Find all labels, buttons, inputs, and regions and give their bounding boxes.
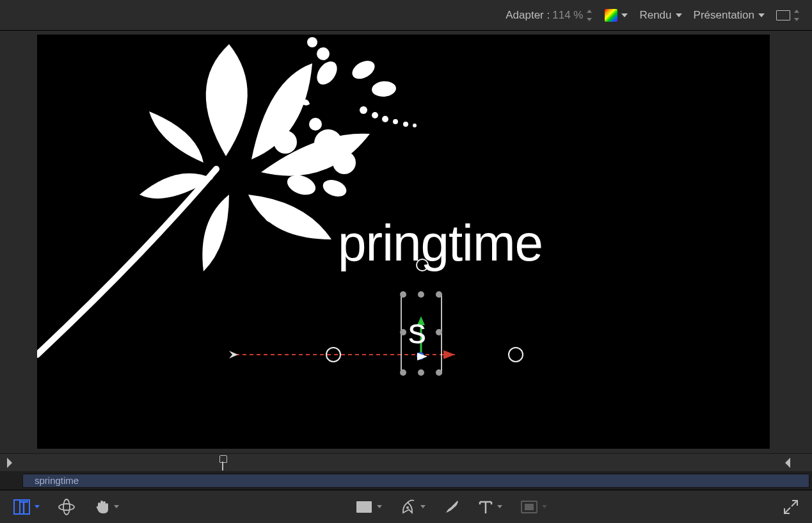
presentation-dropdown[interactable]: Présentation [694,9,765,22]
svg-point-1 [313,58,341,88]
svg-point-25 [400,291,406,298]
mask-icon [520,500,538,514]
transform-glyph-tool[interactable] [13,497,40,517]
svg-point-26 [418,291,424,298]
svg-point-21 [509,348,523,362]
canvas[interactable]: pringtime s [37,35,770,449]
canvas-glyph-selected[interactable]: s [408,310,426,351]
text-tool[interactable] [478,497,502,517]
clip-row: springtime [0,471,812,490]
chevron-down-icon [621,13,628,17]
canvas-area: pringtime s [0,31,812,453]
canvas-text-main[interactable]: pringtime [338,214,543,273]
chevron-down-icon [542,505,547,508]
clip-label: springtime [35,475,79,486]
brush-icon [443,499,460,515]
svg-point-40 [406,506,409,509]
zoom-label: Adapter : [506,9,550,22]
3d-transform-tool[interactable] [58,497,76,517]
svg-point-6 [274,131,297,154]
stepper-icon [794,10,800,21]
svg-point-29 [436,329,442,335]
tools-toolbar [0,490,812,523]
text-icon [478,499,493,515]
svg-point-27 [436,291,442,298]
3d-transform-icon [58,499,76,515]
svg-point-30 [400,369,406,376]
svg-point-17 [403,122,408,127]
chevron-down-icon [35,505,40,508]
render-dropdown[interactable]: Rendu [639,9,681,22]
svg-point-37 [59,504,74,510]
render-label: Rendu [639,9,671,22]
svg-point-7 [309,118,322,131]
svg-point-31 [418,369,424,376]
timeline-clip[interactable]: springtime [22,474,809,488]
svg-point-18 [413,124,417,127]
pen-icon [400,499,417,515]
svg-point-16 [393,119,398,124]
color-swatch-icon [605,9,617,22]
svg-point-11 [333,151,356,174]
fullscreen-button[interactable] [783,497,799,517]
svg-rect-39 [356,501,372,513]
mini-timeline[interactable] [0,453,812,471]
transform-glyph-icon [13,499,31,515]
svg-point-32 [436,369,442,376]
rectangle-icon [355,500,373,514]
out-point-marker[interactable] [785,458,790,468]
viewer-toolbar: Adapter : 114 % Rendu Présentation [0,0,812,31]
svg-point-9 [317,47,330,60]
svg-point-15 [382,116,388,122]
hand-icon [93,499,110,515]
svg-point-14 [372,112,378,118]
pen-tool[interactable] [400,497,426,517]
svg-point-2 [349,57,378,83]
svg-rect-35 [14,500,20,514]
channel-view-dropdown[interactable] [776,10,800,21]
svg-point-38 [63,499,70,515]
mask-tool [520,497,547,517]
svg-point-12 [264,205,282,223]
expand-icon [783,499,799,515]
svg-point-5 [321,177,349,200]
channel-box-icon [776,10,790,20]
svg-point-3 [371,80,397,97]
svg-point-13 [360,106,367,114]
chevron-down-icon [420,505,426,508]
zoom-fit-dropdown[interactable]: Adapter : 114 % [506,9,593,22]
presentation-label: Présentation [694,9,754,22]
svg-point-10 [307,37,317,47]
in-point-marker[interactable] [7,458,12,468]
chevron-down-icon [377,505,382,508]
shape-tool[interactable] [355,497,382,517]
color-channel-dropdown[interactable] [605,9,628,22]
paint-tool[interactable] [443,497,460,517]
playhead[interactable] [219,454,226,472]
chevron-down-icon [497,505,502,508]
zoom-value: 114 % [552,9,583,22]
pan-tool[interactable] [93,497,119,517]
chevron-down-icon [758,13,765,17]
svg-point-28 [400,329,406,335]
svg-rect-42 [525,504,534,510]
stepper-icon [587,10,593,21]
chevron-down-icon [114,505,119,508]
chevron-down-icon [676,13,682,17]
